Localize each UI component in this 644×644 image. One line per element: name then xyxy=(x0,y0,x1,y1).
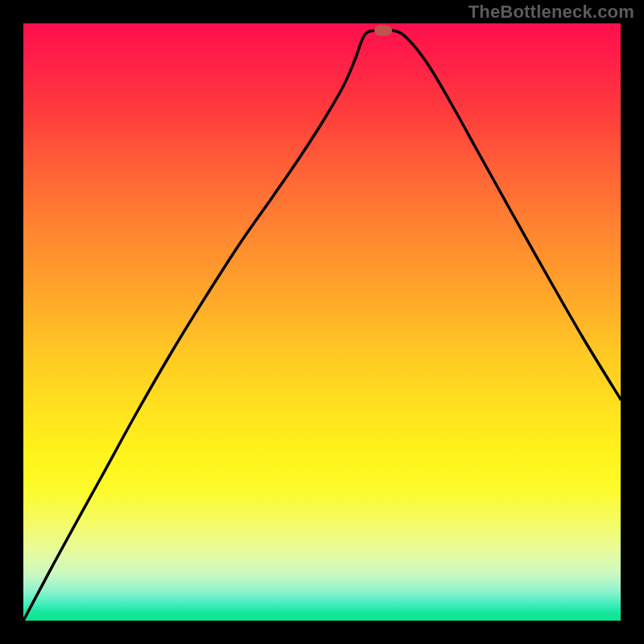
plot-area xyxy=(23,23,621,621)
watermark-text: TheBottleneck.com xyxy=(469,2,634,23)
min-marker xyxy=(374,26,392,36)
curve-path xyxy=(23,30,621,621)
curve-svg xyxy=(23,23,621,621)
chart-frame: TheBottleneck.com xyxy=(0,0,644,644)
